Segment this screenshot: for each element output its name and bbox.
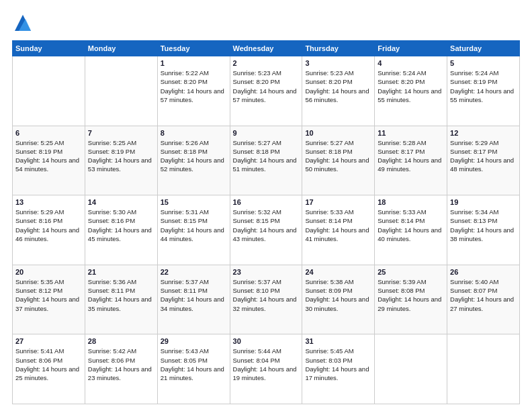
day-info: Sunrise: 5:33 AM Sunset: 8:14 PM Dayligh… <box>305 208 371 243</box>
header-saturday: Saturday <box>447 41 520 56</box>
day-info: Sunrise: 5:40 AM Sunset: 8:07 PM Dayligh… <box>450 277 517 313</box>
calendar-cell <box>375 334 447 404</box>
day-info: Sunrise: 5:26 AM Sunset: 8:18 PM Dayligh… <box>161 138 227 174</box>
calendar-cell: 24Sunrise: 5:38 AM Sunset: 8:09 PM Dayli… <box>302 265 375 334</box>
calendar-cell: 28Sunrise: 5:42 AM Sunset: 8:06 PM Dayli… <box>85 334 157 404</box>
calendar-header-row: SundayMondayTuesdayWednesdayThursdayFrid… <box>13 41 520 56</box>
calendar-cell: 29Sunrise: 5:43 AM Sunset: 8:05 PM Dayli… <box>157 334 230 404</box>
calendar-cell: 13Sunrise: 5:29 AM Sunset: 8:16 PM Dayli… <box>13 195 85 265</box>
day-number: 19 <box>450 198 517 206</box>
calendar-week-3: 13Sunrise: 5:29 AM Sunset: 8:16 PM Dayli… <box>13 195 520 265</box>
day-info: Sunrise: 5:34 AM Sunset: 8:13 PM Dayligh… <box>450 208 517 243</box>
day-info: Sunrise: 5:32 AM Sunset: 8:15 PM Dayligh… <box>233 208 300 243</box>
day-info: Sunrise: 5:44 AM Sunset: 8:04 PM Dayligh… <box>233 347 300 382</box>
day-number: 5 <box>450 59 517 67</box>
day-number: 16 <box>233 198 300 206</box>
page: SundayMondayTuesdayWednesdayThursdayFrid… <box>0 0 532 411</box>
day-number: 7 <box>88 129 154 137</box>
calendar-week-1: 1Sunrise: 5:22 AM Sunset: 8:20 PM Daylig… <box>13 56 520 126</box>
day-number: 17 <box>305 198 371 206</box>
day-info: Sunrise: 5:29 AM Sunset: 8:17 PM Dayligh… <box>450 138 517 174</box>
calendar-week-2: 6Sunrise: 5:25 AM Sunset: 8:19 PM Daylig… <box>13 126 520 195</box>
calendar-cell: 9Sunrise: 5:27 AM Sunset: 8:18 PM Daylig… <box>230 126 302 195</box>
day-number: 2 <box>233 59 300 67</box>
day-number: 23 <box>233 268 300 276</box>
calendar-cell: 18Sunrise: 5:33 AM Sunset: 8:14 PM Dayli… <box>375 195 447 265</box>
calendar-cell: 6Sunrise: 5:25 AM Sunset: 8:19 PM Daylig… <box>13 126 85 195</box>
day-number: 9 <box>233 129 300 137</box>
calendar-cell: 3Sunrise: 5:23 AM Sunset: 8:20 PM Daylig… <box>302 56 375 126</box>
calendar-cell: 23Sunrise: 5:37 AM Sunset: 8:10 PM Dayli… <box>230 265 302 334</box>
calendar-cell: 10Sunrise: 5:27 AM Sunset: 8:18 PM Dayli… <box>302 126 375 195</box>
calendar-table: SundayMondayTuesdayWednesdayThursdayFrid… <box>12 40 520 404</box>
calendar-cell: 1Sunrise: 5:22 AM Sunset: 8:20 PM Daylig… <box>157 56 230 126</box>
calendar-cell: 14Sunrise: 5:30 AM Sunset: 8:16 PM Dayli… <box>85 195 157 265</box>
day-number: 31 <box>305 337 371 345</box>
calendar-cell: 25Sunrise: 5:39 AM Sunset: 8:08 PM Dayli… <box>375 265 447 334</box>
day-info: Sunrise: 5:37 AM Sunset: 8:10 PM Dayligh… <box>233 277 300 313</box>
calendar-cell: 31Sunrise: 5:45 AM Sunset: 8:03 PM Dayli… <box>302 334 375 404</box>
day-number: 18 <box>378 198 444 206</box>
header-wednesday: Wednesday <box>230 41 302 56</box>
header-thursday: Thursday <box>302 41 375 56</box>
day-info: Sunrise: 5:39 AM Sunset: 8:08 PM Dayligh… <box>378 277 444 313</box>
header-sunday: Sunday <box>13 41 85 56</box>
calendar-cell: 20Sunrise: 5:35 AM Sunset: 8:12 PM Dayli… <box>13 265 85 334</box>
day-info: Sunrise: 5:45 AM Sunset: 8:03 PM Dayligh… <box>305 347 371 382</box>
day-info: Sunrise: 5:31 AM Sunset: 8:15 PM Dayligh… <box>161 208 227 243</box>
day-info: Sunrise: 5:33 AM Sunset: 8:14 PM Dayligh… <box>378 208 444 243</box>
day-number: 27 <box>15 337 82 345</box>
day-info: Sunrise: 5:29 AM Sunset: 8:16 PM Dayligh… <box>15 208 82 243</box>
day-info: Sunrise: 5:22 AM Sunset: 8:20 PM Dayligh… <box>161 68 227 104</box>
day-info: Sunrise: 5:30 AM Sunset: 8:16 PM Dayligh… <box>88 208 154 243</box>
day-number: 4 <box>378 59 444 67</box>
day-number: 10 <box>305 129 371 137</box>
header <box>12 12 520 34</box>
day-number: 25 <box>378 268 444 276</box>
day-info: Sunrise: 5:24 AM Sunset: 8:19 PM Dayligh… <box>450 68 517 104</box>
day-number: 13 <box>15 198 82 206</box>
day-number: 26 <box>450 268 517 276</box>
calendar-cell: 16Sunrise: 5:32 AM Sunset: 8:15 PM Dayli… <box>230 195 302 265</box>
calendar-cell: 4Sunrise: 5:24 AM Sunset: 8:20 PM Daylig… <box>375 56 447 126</box>
calendar-cell: 27Sunrise: 5:41 AM Sunset: 8:06 PM Dayli… <box>13 334 85 404</box>
day-number: 12 <box>450 129 517 137</box>
calendar-cell: 12Sunrise: 5:29 AM Sunset: 8:17 PM Dayli… <box>447 126 520 195</box>
day-info: Sunrise: 5:35 AM Sunset: 8:12 PM Dayligh… <box>15 277 82 313</box>
day-number: 24 <box>305 268 371 276</box>
calendar-cell <box>13 56 85 126</box>
header-tuesday: Tuesday <box>157 41 230 56</box>
day-info: Sunrise: 5:25 AM Sunset: 8:19 PM Dayligh… <box>88 138 154 174</box>
day-info: Sunrise: 5:25 AM Sunset: 8:19 PM Dayligh… <box>15 138 82 174</box>
calendar-cell: 5Sunrise: 5:24 AM Sunset: 8:19 PM Daylig… <box>447 56 520 126</box>
logo-icon <box>12 12 34 34</box>
day-number: 15 <box>161 198 227 206</box>
calendar-cell: 7Sunrise: 5:25 AM Sunset: 8:19 PM Daylig… <box>85 126 157 195</box>
day-info: Sunrise: 5:27 AM Sunset: 8:18 PM Dayligh… <box>233 138 300 174</box>
day-info: Sunrise: 5:23 AM Sunset: 8:20 PM Dayligh… <box>233 68 300 104</box>
calendar-cell: 22Sunrise: 5:37 AM Sunset: 8:11 PM Dayli… <box>157 265 230 334</box>
calendar-cell: 11Sunrise: 5:28 AM Sunset: 8:17 PM Dayli… <box>375 126 447 195</box>
day-info: Sunrise: 5:27 AM Sunset: 8:18 PM Dayligh… <box>305 138 371 174</box>
day-info: Sunrise: 5:24 AM Sunset: 8:20 PM Dayligh… <box>378 68 444 104</box>
day-number: 28 <box>88 337 154 345</box>
calendar-week-5: 27Sunrise: 5:41 AM Sunset: 8:06 PM Dayli… <box>13 334 520 404</box>
day-number: 22 <box>161 268 227 276</box>
calendar-cell: 8Sunrise: 5:26 AM Sunset: 8:18 PM Daylig… <box>157 126 230 195</box>
calendar-cell <box>447 334 520 404</box>
day-number: 8 <box>161 129 227 137</box>
day-number: 1 <box>161 59 227 67</box>
day-info: Sunrise: 5:41 AM Sunset: 8:06 PM Dayligh… <box>15 347 82 382</box>
logo <box>12 12 36 34</box>
day-number: 11 <box>378 129 444 137</box>
day-number: 6 <box>15 129 82 137</box>
day-info: Sunrise: 5:37 AM Sunset: 8:11 PM Dayligh… <box>161 277 227 313</box>
day-number: 14 <box>88 198 154 206</box>
day-number: 21 <box>88 268 154 276</box>
day-info: Sunrise: 5:23 AM Sunset: 8:20 PM Dayligh… <box>305 68 371 104</box>
calendar-cell: 2Sunrise: 5:23 AM Sunset: 8:20 PM Daylig… <box>230 56 302 126</box>
calendar-cell: 21Sunrise: 5:36 AM Sunset: 8:11 PM Dayli… <box>85 265 157 334</box>
calendar-cell: 19Sunrise: 5:34 AM Sunset: 8:13 PM Dayli… <box>447 195 520 265</box>
calendar-cell: 15Sunrise: 5:31 AM Sunset: 8:15 PM Dayli… <box>157 195 230 265</box>
calendar-cell: 17Sunrise: 5:33 AM Sunset: 8:14 PM Dayli… <box>302 195 375 265</box>
